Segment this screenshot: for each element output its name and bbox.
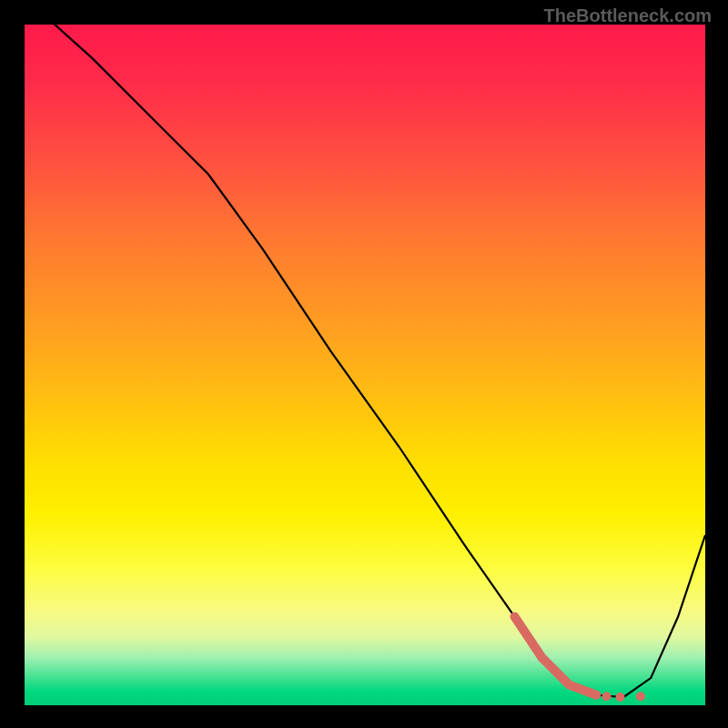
highlight-dots — [602, 692, 645, 702]
watermark-text: TheBottleneck.com — [544, 5, 712, 26]
plot-area — [25, 25, 705, 705]
curve-line — [25, 25, 705, 697]
highlight-segment — [515, 617, 597, 695]
highlight-dot — [616, 693, 625, 702]
highlight-dot — [636, 692, 645, 701]
chart-svg — [25, 25, 705, 705]
highlight-dot — [602, 692, 612, 701]
